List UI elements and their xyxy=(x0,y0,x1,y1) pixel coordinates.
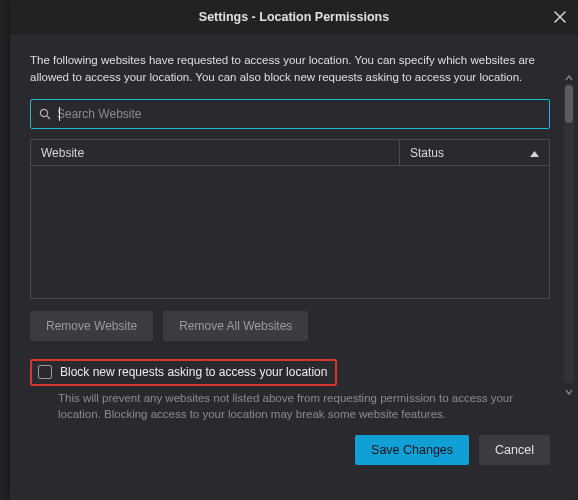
dialog-title: Settings - Location Permissions xyxy=(199,10,389,24)
intro-text: The following websites have requested to… xyxy=(30,52,550,85)
block-new-requests-checkbox[interactable] xyxy=(38,365,52,379)
scroll-down-arrow[interactable] xyxy=(564,388,574,396)
close-icon xyxy=(554,11,566,23)
svg-point-0 xyxy=(40,110,47,117)
scrollbar[interactable] xyxy=(564,84,574,384)
scrollbar-thumb[interactable] xyxy=(565,85,573,123)
dialog-footer: Save Changes Cancel xyxy=(30,435,550,479)
search-icon xyxy=(39,108,51,120)
column-label: Status xyxy=(410,146,444,160)
triangle-up-icon xyxy=(530,151,539,157)
search-field-wrapper[interactable] xyxy=(30,99,550,129)
table-header: Website Status xyxy=(31,140,549,166)
page-background xyxy=(0,0,10,500)
cancel-button[interactable]: Cancel xyxy=(479,435,550,465)
chevron-up-icon xyxy=(565,75,573,81)
block-hint-text: This will prevent any websites not liste… xyxy=(30,390,550,422)
dialog-header: Settings - Location Permissions xyxy=(10,0,578,34)
column-header-status[interactable]: Status xyxy=(399,140,549,165)
text-caret xyxy=(59,107,60,121)
remove-buttons-row: Remove Website Remove All Websites xyxy=(30,311,550,341)
column-label: Website xyxy=(41,146,84,160)
scroll-up-arrow[interactable] xyxy=(564,74,574,82)
sort-indicator xyxy=(530,146,539,160)
remove-all-websites-button[interactable]: Remove All Websites xyxy=(163,311,308,341)
save-changes-button[interactable]: Save Changes xyxy=(355,435,469,465)
close-button[interactable] xyxy=(548,5,572,29)
search-input[interactable] xyxy=(57,107,541,121)
chevron-down-icon xyxy=(565,389,573,395)
website-permissions-table: Website Status xyxy=(30,139,550,299)
column-header-website[interactable]: Website xyxy=(31,140,399,165)
remove-website-button[interactable]: Remove Website xyxy=(30,311,153,341)
block-new-requests-label[interactable]: Block new requests asking to access your… xyxy=(60,365,327,379)
block-new-requests-highlight: Block new requests asking to access your… xyxy=(30,359,337,386)
dialog-body: The following websites have requested to… xyxy=(10,34,578,500)
location-permissions-dialog: Settings - Location Permissions The foll… xyxy=(10,0,578,500)
table-body xyxy=(31,166,549,298)
